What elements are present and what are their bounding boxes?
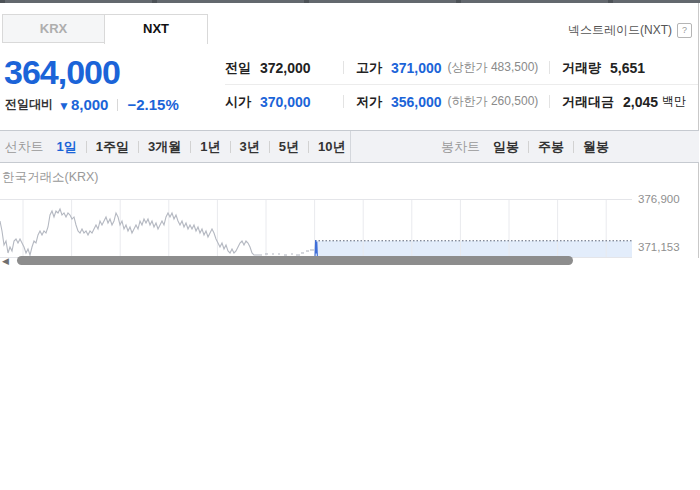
- stat-trade-value: 거래대금 2,045 백만: [549, 93, 698, 111]
- candle-weekly[interactable]: 주봉: [538, 138, 564, 156]
- stat-label: 저가: [356, 93, 382, 111]
- stat-label: 고가: [356, 59, 382, 77]
- chart-period-toolbar: 선차트 1일 1주일 3개월 1년 3년 5년 10년 봉차트 일봉 주봉: [0, 130, 699, 163]
- stat-value: 372,000: [260, 60, 311, 76]
- stock-quote-page: KRX NXT 넥스트레이드(NXT) ? 364,000 전일대비 ▼8,00…: [0, 0, 700, 490]
- divider: [343, 95, 344, 108]
- scrollbar-thumb[interactable]: [17, 256, 573, 265]
- stat-high: 고가 371,000 (상한가 483,500): [343, 59, 549, 77]
- down-triangle-icon: ▼: [58, 99, 70, 113]
- stats-row-1: 전일 372,000 고가 371,000 (상한가 483,500) 거래량 …: [225, 51, 698, 84]
- stat-label: 전일: [225, 59, 251, 77]
- quote-panel: KRX NXT 넥스트레이드(NXT) ? 364,000 전일대비 ▼8,00…: [0, 3, 699, 258]
- candle-daily[interactable]: 일봉: [493, 138, 519, 156]
- y-axis-label-prevclose: 371,153: [638, 241, 696, 253]
- stat-label: 거래대금: [562, 93, 614, 111]
- stat-label: 거래량: [562, 59, 601, 77]
- chart-scrollbar: ◀: [0, 255, 698, 268]
- period-5year[interactable]: 5년: [279, 138, 299, 156]
- stats-row-2: 시가 370,000 저가 356,000 (하한가 260,500) 거래대금…: [225, 85, 698, 118]
- divider: [343, 61, 344, 74]
- stat-value: 371,000: [391, 60, 442, 76]
- period-3year[interactable]: 3년: [240, 138, 260, 156]
- change-label: 전일대비: [5, 96, 53, 113]
- stat-value: 370,000: [260, 94, 311, 110]
- candle-chart-group-label: 봉차트: [441, 138, 480, 156]
- divider: [549, 61, 550, 74]
- divider: [138, 141, 139, 153]
- current-price: 364,000: [4, 53, 120, 92]
- candle-chart-group: 봉차트 일봉 주봉 월봉: [351, 131, 699, 162]
- stat-prev-close: 전일 372,000: [225, 59, 343, 77]
- line-chart-group: 선차트 1일 1주일 3개월 1년 3년 5년 10년: [0, 131, 351, 162]
- intraday-line-chart[interactable]: [0, 199, 632, 258]
- stat-value: 2,045: [623, 94, 658, 110]
- divider: [117, 99, 118, 111]
- candle-monthly[interactable]: 월봉: [583, 138, 609, 156]
- change-percent: −2.15%: [127, 96, 178, 113]
- scroll-left-arrow-icon[interactable]: ◀: [2, 256, 9, 267]
- change-value: ▼8,000: [58, 96, 108, 113]
- period-3month[interactable]: 3개월: [148, 138, 181, 156]
- divider: [190, 141, 191, 153]
- line-chart-group-label: 선차트: [5, 138, 44, 156]
- stat-extra: (하한가 260,500): [448, 93, 539, 110]
- period-1day[interactable]: 1일: [57, 138, 77, 156]
- period-10year[interactable]: 10년: [318, 138, 345, 156]
- stat-value: 356,000: [391, 94, 442, 110]
- exchange-note-label: 넥스트레이드(NXT): [568, 22, 672, 39]
- y-axis-label-top: 376,900: [638, 193, 696, 205]
- divider: [230, 141, 231, 153]
- change-amount: 8,000: [71, 96, 109, 113]
- stat-open: 시가 370,000: [225, 93, 343, 111]
- quote-stats-table: 전일 372,000 고가 371,000 (상한가 483,500) 거래량 …: [225, 51, 698, 118]
- period-1week[interactable]: 1주일: [96, 138, 129, 156]
- tab-krx[interactable]: KRX: [2, 14, 105, 43]
- divider: [549, 95, 550, 108]
- exchange-note: 넥스트레이드(NXT) ?: [568, 22, 692, 39]
- divider: [573, 141, 574, 153]
- stat-extra: (상한가 483,500): [448, 59, 539, 76]
- stat-label: 시가: [225, 93, 251, 111]
- divider: [269, 141, 270, 153]
- stat-unit: 백만: [662, 93, 686, 110]
- chart-source-label: 한국거래소(KRX): [2, 169, 99, 186]
- stat-value: 5,651: [610, 60, 645, 76]
- divider: [86, 141, 87, 153]
- divider: [308, 141, 309, 153]
- stat-low: 저가 356,000 (하한가 260,500): [343, 93, 549, 111]
- help-icon[interactable]: ?: [677, 23, 692, 38]
- divider: [528, 141, 529, 153]
- price-change-line: 전일대비 ▼8,000 −2.15%: [5, 96, 179, 113]
- stat-volume: 거래량 5,651: [549, 59, 698, 77]
- period-1year[interactable]: 1년: [200, 138, 220, 156]
- tab-nxt[interactable]: NXT: [104, 14, 208, 44]
